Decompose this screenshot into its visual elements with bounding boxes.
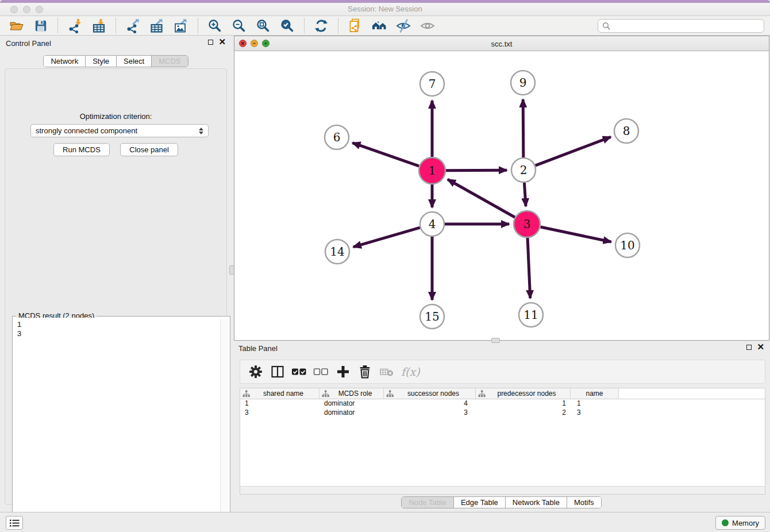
cell-name[interactable]: 3 <box>571 408 619 418</box>
graph-edge-2-9[interactable] <box>523 99 523 157</box>
zoom-fit-icon[interactable] <box>255 17 272 34</box>
graph-edge-1-2[interactable] <box>446 170 507 171</box>
graph-node-label: 14 <box>330 245 344 259</box>
graph-node-label: 3 <box>523 217 531 231</box>
float-panel-icon[interactable] <box>208 40 213 45</box>
tab-select[interactable]: Select <box>117 56 152 67</box>
graph-node-label: 7 <box>429 77 436 91</box>
run-mcds-button[interactable]: Run MCDS <box>53 143 110 156</box>
table-panel-header: Table Panel ✕ <box>233 341 770 356</box>
function-builder-icon: f(x) <box>401 365 420 378</box>
task-history-button[interactable] <box>6 516 23 530</box>
cell-name[interactable]: 1 <box>571 399 619 408</box>
table-horizontal-scrollbar[interactable] <box>240 486 765 494</box>
network-canvas[interactable]: 7968124314101511 <box>234 51 769 340</box>
toolbar-separator <box>57 18 58 33</box>
tree-icon <box>478 390 486 397</box>
cell-successor-nodes[interactable]: 3 <box>384 408 476 418</box>
column-header-predecessor-nodes[interactable]: predecessor nodes <box>476 388 571 399</box>
graph-node-label: 1 <box>429 164 436 178</box>
graph-node-label: 15 <box>425 310 439 323</box>
criterion-dropdown[interactable]: strongly connected component <box>30 124 209 137</box>
graph-node-label: 6 <box>333 130 341 144</box>
export-image-icon[interactable] <box>172 17 190 34</box>
column-header-name[interactable]: name <box>571 388 619 399</box>
graph-edge-1-6[interactable] <box>352 143 419 167</box>
graph-edge-2-3[interactable] <box>524 183 526 206</box>
main-toolbar <box>0 16 770 36</box>
save-session-icon[interactable] <box>32 17 49 34</box>
column-header-mcds-role[interactable]: MCDS role <box>319 388 384 399</box>
cell-predecessor-nodes[interactable]: 2 <box>476 408 571 418</box>
application-window: Session: New Session <box>0 0 770 532</box>
zoom-out-icon[interactable] <box>230 17 248 34</box>
tab-motifs[interactable]: Motifs <box>567 497 601 508</box>
table-row[interactable]: 3 dominator 3 2 3 <box>240 408 765 418</box>
close-panel-icon[interactable]: ✕ <box>757 344 764 350</box>
memory-button[interactable]: Memory <box>715 516 765 530</box>
graph-edge-4-14[interactable] <box>353 228 420 247</box>
export-network-icon[interactable] <box>124 17 141 34</box>
mcds-result-item[interactable]: 3 <box>17 329 225 338</box>
close-panel-button[interactable]: Close panel <box>120 143 178 156</box>
graph-node-label: 8 <box>623 124 630 138</box>
refresh-icon[interactable] <box>313 17 330 34</box>
houses-icon[interactable] <box>371 17 388 34</box>
cell-successor-nodes[interactable]: 4 <box>384 399 476 408</box>
tab-style[interactable]: Style <box>86 56 117 67</box>
table-toolbar: f(x) <box>240 360 765 384</box>
table-header-filler <box>619 388 765 399</box>
eye-slash-icon[interactable] <box>395 17 412 34</box>
graph-node-label: 10 <box>620 238 634 252</box>
network-view-window: scc.txt 7968124314101511 <box>234 36 769 341</box>
eye-icon[interactable] <box>419 17 436 34</box>
tab-node-table[interactable]: Node Table <box>402 497 454 508</box>
close-panel-icon[interactable]: ✕ <box>218 39 226 45</box>
tree-icon <box>322 390 329 397</box>
network-from-file-icon[interactable] <box>346 17 364 34</box>
result-scrollbar[interactable] <box>220 319 228 530</box>
memory-label: Memory <box>732 519 759 527</box>
cell-shared-name[interactable]: 1 <box>240 399 319 408</box>
cell-shared-name[interactable]: 3 <box>240 408 319 418</box>
tab-mcds[interactable]: MCDS <box>152 56 187 67</box>
table-row[interactable]: 1 dominator 4 1 1 <box>240 399 765 408</box>
float-panel-icon[interactable] <box>746 345 752 350</box>
control-panel-header: Control Panel ✕ <box>0 36 232 51</box>
table-panel-title: Table Panel <box>238 344 278 353</box>
tab-network-table[interactable]: Network Table <box>506 497 567 508</box>
cell-mcds-role[interactable]: dominator <box>319 399 384 408</box>
open-session-icon[interactable] <box>8 17 25 34</box>
import-table-icon[interactable] <box>90 17 107 34</box>
network-window-titlebar: scc.txt <box>234 36 769 51</box>
tab-network[interactable]: Network <box>44 56 86 67</box>
column-panel-icon[interactable] <box>268 362 287 381</box>
graph-edge-2-8[interactable] <box>536 137 611 165</box>
cell-mcds-role[interactable]: dominator <box>319 408 384 418</box>
select-all-icon[interactable] <box>290 362 309 381</box>
mcds-result-item[interactable]: 1 <box>17 320 225 329</box>
mcds-result-list[interactable]: 1 3 <box>14 318 229 531</box>
cell-predecessor-nodes[interactable]: 1 <box>476 399 571 408</box>
graph-node-label: 9 <box>519 76 527 90</box>
column-header-successor-nodes[interactable]: successor nodes <box>384 388 476 399</box>
graph-edge-3-11[interactable] <box>528 238 530 298</box>
session-title: Session: New Session <box>0 5 770 13</box>
add-column-icon[interactable] <box>333 362 353 381</box>
node-table: shared name MCDS role <box>240 388 765 495</box>
import-network-icon[interactable] <box>66 17 83 34</box>
gear-icon[interactable] <box>246 362 265 381</box>
export-table-icon[interactable] <box>148 17 165 34</box>
delete-column-icon[interactable] <box>355 362 375 381</box>
graph-edge-3-10[interactable] <box>540 227 611 242</box>
tab-edge-table[interactable]: Edge Table <box>454 497 506 508</box>
graph-edge-3-1[interactable] <box>448 179 515 217</box>
zoom-in-icon[interactable] <box>206 17 224 34</box>
column-header-shared-name[interactable]: shared name <box>240 388 319 399</box>
search-field[interactable] <box>598 19 764 33</box>
unselect-all-icon[interactable] <box>311 362 331 381</box>
zoom-selected-icon[interactable] <box>279 17 296 34</box>
search-input[interactable] <box>613 22 760 30</box>
graph-node-label: 4 <box>429 217 436 231</box>
mcds-tab-panel: Optimization criterion: strongly connect… <box>5 68 227 505</box>
